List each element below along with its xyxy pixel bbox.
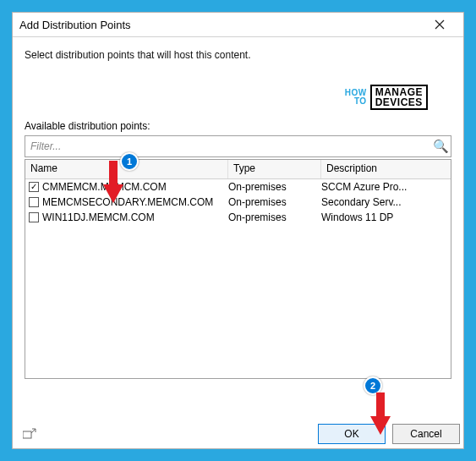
watermark-to: TO bbox=[345, 97, 367, 106]
cancel-button[interactable]: Cancel bbox=[392, 424, 460, 444]
row-checkbox[interactable] bbox=[29, 212, 39, 222]
list-row[interactable]: ✓ CMMEMCM.MEMCM.COM On-premises SCCM Azu… bbox=[25, 179, 451, 195]
expand-icon[interactable] bbox=[23, 428, 36, 442]
watermark-devices: DEVICES bbox=[375, 97, 423, 107]
window-title: Add Distribution Points bbox=[19, 19, 423, 31]
svg-rect-1 bbox=[109, 161, 118, 186]
row-name: WIN11DJ.MEMCM.COM bbox=[42, 211, 228, 223]
svg-rect-3 bbox=[376, 392, 385, 418]
annotation-arrow-2 bbox=[367, 391, 394, 436]
dialog-body: Select distribution points that will hos… bbox=[13, 37, 463, 449]
filter-box[interactable]: 🔍 bbox=[25, 135, 451, 157]
available-label: Available distribution points: bbox=[25, 120, 451, 132]
row-type: On-premises bbox=[228, 211, 321, 223]
dialog-window: Add Distribution Points Select distribut… bbox=[12, 12, 464, 449]
svg-marker-2 bbox=[103, 184, 123, 203]
row-desc: Secondary Serv... bbox=[321, 196, 451, 208]
row-desc: SCCM Azure Pro... bbox=[321, 181, 451, 193]
column-header-type[interactable]: Type bbox=[228, 160, 321, 178]
instruction-text: Select distribution points that will hos… bbox=[25, 49, 451, 61]
row-checkbox[interactable]: ✓ bbox=[29, 182, 39, 192]
list-row[interactable]: MEMCMSECONDARY.MEMCM.COM On-premises Sec… bbox=[25, 195, 451, 210]
row-type: On-premises bbox=[228, 181, 321, 193]
row-type: On-premises bbox=[228, 196, 321, 208]
close-icon bbox=[435, 19, 445, 30]
annotation-arrow-1 bbox=[100, 159, 127, 205]
filter-input[interactable] bbox=[25, 140, 430, 152]
distribution-points-list[interactable]: Name Type Description ✓ CMMEMCM.MEMCM.CO… bbox=[25, 159, 451, 379]
watermark-logo: HOW TO MANAGE DEVICES bbox=[345, 85, 428, 110]
row-name: CMMEMCM.MEMCM.COM bbox=[42, 181, 228, 193]
svg-rect-0 bbox=[23, 431, 31, 438]
search-icon[interactable]: 🔍 bbox=[430, 139, 451, 154]
column-header-description[interactable]: Description bbox=[321, 160, 451, 178]
list-header: Name Type Description bbox=[25, 160, 451, 179]
list-row[interactable]: WIN11DJ.MEMCM.COM On-premises Windows 11… bbox=[25, 210, 451, 225]
row-name: MEMCMSECONDARY.MEMCM.COM bbox=[42, 196, 228, 208]
close-button[interactable] bbox=[423, 13, 457, 36]
row-desc: Windows 11 DP bbox=[321, 211, 451, 223]
titlebar: Add Distribution Points bbox=[13, 13, 463, 37]
row-checkbox[interactable] bbox=[29, 197, 39, 207]
svg-marker-4 bbox=[370, 416, 391, 435]
